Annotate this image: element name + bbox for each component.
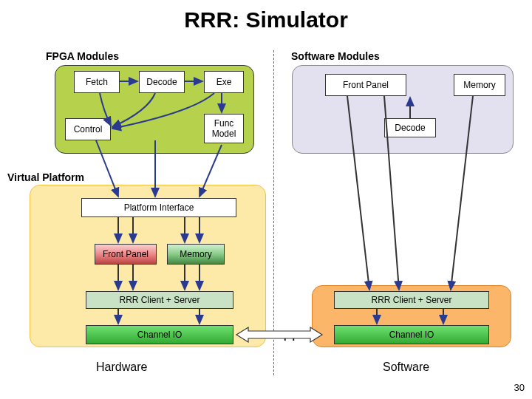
sw-decode-box: Decode: [384, 118, 436, 137]
rrr-right-box: RRR Client + Server: [334, 291, 489, 309]
divider-line: [273, 50, 274, 375]
fpga-modules-label: FPGA Modules: [46, 50, 119, 62]
decode-box: Decode: [139, 71, 185, 93]
channel-io-right-box: Channel IO: [334, 325, 489, 344]
func-model-box: Func Model: [204, 114, 244, 143]
vp-memory-box: Memory: [167, 244, 225, 265]
platform-interface-box: Platform Interface: [81, 198, 236, 217]
unix-pipe-label: UNIX pipe: [251, 330, 310, 341]
sw-front-panel-box: Front Panel: [325, 74, 406, 96]
exe-box: Exe: [204, 71, 244, 93]
slide-title: RRR: Simulator: [0, 7, 532, 33]
sw-memory-box: Memory: [454, 74, 505, 96]
hardware-label: Hardware: [96, 361, 147, 374]
rrr-left-box: RRR Client + Server: [86, 291, 233, 309]
software-label: Software: [383, 361, 429, 374]
control-box: Control: [65, 118, 111, 140]
vp-front-panel-box: Front Panel: [95, 244, 157, 265]
channel-io-left-box: Channel IO: [86, 325, 233, 344]
virtual-platform-label: Virtual Platform: [7, 171, 84, 183]
fetch-box: Fetch: [74, 71, 120, 93]
software-modules-label: Software Modules: [291, 50, 380, 62]
slide-number: 30: [514, 382, 525, 393]
